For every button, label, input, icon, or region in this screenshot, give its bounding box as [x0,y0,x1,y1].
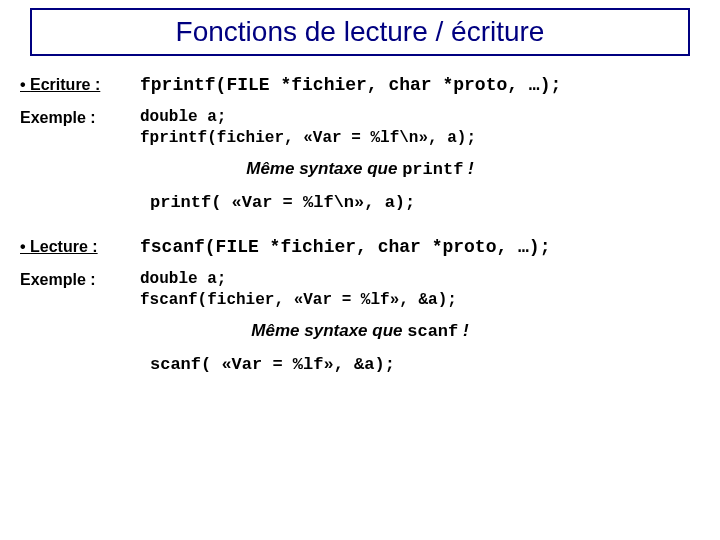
lecture-code: fscanf(FILE *fichier, char *proto, …); [140,236,700,259]
lecture-row: • Lecture : fscanf(FILE *fichier, char *… [20,236,700,259]
ecriture-note: Même syntaxe que printf ! [20,159,700,179]
ecriture-compare-code: printf( «Var = %lf\n», a); [150,193,700,212]
ecriture-row: • Ecriture : fprintf(FILE *fichier, char… [20,74,700,97]
lecture-exemple-code: double a; fscanf(fichier, «Var = %lf», &… [140,269,700,311]
ecriture-code: fprintf(FILE *fichier, char *proto, …); [140,74,700,97]
title-box: Fonctions de lecture / écriture [30,8,690,56]
ecriture-label: • Ecriture : [20,74,140,94]
lecture-exemple-row: Exemple : double a; fscanf(fichier, «Var… [20,269,700,311]
ecriture-exemple-code: double a; fprintf(fichier, «Var = %lf\n»… [140,107,700,149]
slide-title: Fonctions de lecture / écriture [176,16,545,47]
lecture-note: Même syntaxe que scanf ! [20,321,700,341]
lecture-compare-code: scanf( «Var = %lf», &a); [150,355,700,374]
slide-content: Fonctions de lecture / écriture • Ecritu… [0,0,720,540]
lecture-label: • Lecture : [20,236,140,256]
lecture-exemple-label: Exemple : [20,269,140,289]
ecriture-exemple-label: Exemple : [20,107,140,127]
ecriture-exemple-row: Exemple : double a; fprintf(fichier, «Va… [20,107,700,149]
